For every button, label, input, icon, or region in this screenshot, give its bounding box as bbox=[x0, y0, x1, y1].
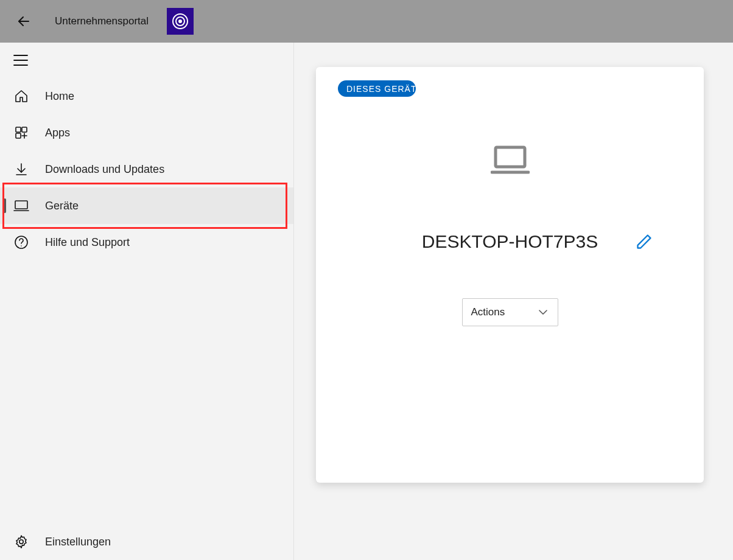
sidebar-item-label: Hilfe und Support bbox=[45, 236, 130, 249]
help-icon bbox=[13, 234, 29, 250]
gear-icon bbox=[13, 534, 29, 550]
svg-rect-7 bbox=[16, 127, 21, 132]
swirl-icon bbox=[170, 12, 190, 31]
sidebar-item-label: Einstellungen bbox=[45, 536, 111, 548]
svg-point-18 bbox=[19, 540, 23, 544]
chevron-down-icon bbox=[538, 309, 548, 315]
home-icon bbox=[13, 88, 29, 104]
main-content: DIESES GERÄT DESKTOP-HOT7P3S Actions bbox=[294, 43, 733, 560]
titlebar: Unternehmensportal bbox=[0, 0, 733, 43]
sidebar-item-home[interactable]: Home bbox=[0, 78, 293, 114]
device-name: DESKTOP-HOT7P3S bbox=[422, 231, 598, 252]
sidebar-item-label: Geräte bbox=[45, 200, 79, 212]
download-icon bbox=[13, 161, 29, 177]
sidebar-item-downloads[interactable]: Downloads und Updates bbox=[0, 151, 293, 187]
app-title: Unternehmensportal bbox=[55, 15, 149, 27]
app-logo bbox=[167, 8, 194, 35]
hamburger-icon bbox=[13, 55, 28, 66]
sidebar-item-label: Apps bbox=[45, 127, 70, 139]
this-device-badge: DIESES GERÄT bbox=[338, 80, 416, 97]
device-large-icon bbox=[491, 145, 530, 175]
edit-device-name-button[interactable] bbox=[636, 233, 653, 250]
actions-label: Actions bbox=[471, 306, 505, 318]
svg-rect-9 bbox=[16, 133, 21, 138]
actions-dropdown[interactable]: Actions bbox=[462, 298, 558, 326]
back-arrow-icon bbox=[16, 14, 31, 29]
hamburger-menu[interactable] bbox=[0, 43, 293, 78]
sidebar-item-label: Downloads und Updates bbox=[45, 163, 164, 176]
pencil-icon bbox=[636, 233, 653, 250]
svg-rect-8 bbox=[22, 127, 27, 132]
svg-rect-19 bbox=[496, 147, 525, 167]
sidebar-item-help[interactable]: Hilfe und Support bbox=[0, 224, 293, 261]
sidebar-item-settings[interactable]: Einstellungen bbox=[0, 523, 293, 560]
sidebar-item-apps[interactable]: Apps bbox=[0, 114, 293, 151]
svg-point-3 bbox=[178, 19, 182, 23]
sidebar: Home Apps Downloads und Updates Geräte bbox=[0, 43, 294, 560]
back-button[interactable] bbox=[15, 12, 33, 30]
device-card: DIESES GERÄT DESKTOP-HOT7P3S Actions bbox=[316, 67, 704, 483]
sidebar-item-label: Home bbox=[45, 90, 74, 103]
apps-icon bbox=[13, 125, 29, 141]
device-icon bbox=[13, 198, 29, 214]
svg-rect-14 bbox=[15, 201, 27, 209]
svg-point-17 bbox=[21, 245, 22, 247]
sidebar-item-devices[interactable]: Geräte bbox=[0, 187, 293, 224]
